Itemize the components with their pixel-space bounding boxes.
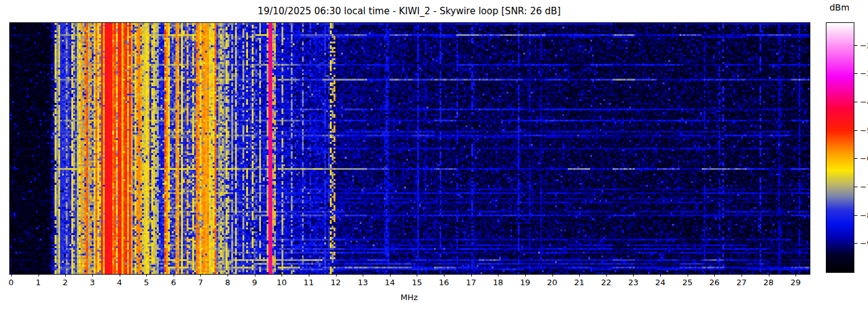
x-tick-label: 2 [63,278,68,287]
colorbar-tick-mark [854,243,857,244]
x-tick-label: 6 [171,278,176,287]
colorbar-tick-mark [854,73,857,74]
x-tick-label: 5 [144,278,149,287]
colorbar-tick-label: −50 [860,125,868,135]
x-tick-label: 1 [35,278,40,287]
x-tick-mark [11,274,12,277]
colorbar-tick-label: −90 [860,239,868,248]
x-tick-label: 20 [547,278,557,287]
x-tick-label: 12 [330,278,341,287]
x-tick-mark [281,274,282,277]
colorbar-tick-mark [854,187,857,187]
colorbar-tick-label: −40 [860,97,868,106]
x-tick-label: 22 [601,278,612,287]
x-tick-mark [417,274,417,277]
colorbar-gradient [826,23,854,272]
colorbar-ticks: −20−30−40−50−60−70−80−90 [854,22,868,272]
x-tick-mark [390,274,391,277]
x-tick-mark [38,274,39,277]
x-tick-mark [471,274,472,277]
colorbar-tick-mark [854,45,857,46]
x-tick-label: 0 [9,278,14,287]
x-tick-label: 9 [252,278,257,287]
x-tick-label: 28 [763,278,774,287]
x-tick-label: 17 [466,278,476,287]
x-tick-mark [660,274,661,277]
x-tick-label: 15 [412,278,422,287]
x-axis-label: MHz [9,293,809,302]
x-tick-mark [444,274,445,277]
x-tick-mark [228,274,228,277]
x-tick-mark [309,274,309,277]
x-tick-label: 8 [225,278,230,287]
x-tick-label: 26 [709,278,720,287]
x-tick-mark [363,274,363,277]
x-axis-ticks: 0123456789101112131415161718192021222324… [9,274,809,289]
colorbar-tick-label: −70 [860,182,868,191]
x-tick-label: 18 [493,278,503,287]
x-tick-label: 21 [574,278,585,287]
x-tick-mark [255,274,255,277]
x-tick-label: 3 [90,278,95,287]
x-tick-label: 24 [655,278,666,287]
x-tick-mark [525,274,526,277]
spectrogram-figure: 19/10/2025 06:30 local time - KIWI_2 - S… [0,0,868,310]
x-tick-label: 13 [358,278,368,287]
x-tick-mark [633,274,634,277]
x-tick-mark [795,274,796,277]
x-tick-label: 19 [520,278,531,287]
x-tick-label: 29 [790,278,801,287]
plot-area [9,22,810,275]
x-tick-label: 16 [439,278,450,287]
colorbar-tick-label: −30 [860,69,868,78]
x-tick-label: 23 [628,278,639,287]
spectrogram-heatmap [10,23,810,274]
colorbar-tick-mark [854,102,857,102]
x-tick-mark [120,274,120,277]
x-tick-mark [742,274,742,277]
x-tick-label: 10 [277,278,287,287]
colorbar-tick-label: −80 [860,210,868,219]
colorbar-tick-mark [854,130,857,131]
x-tick-label: 11 [304,278,314,287]
x-tick-mark [174,274,174,277]
x-tick-label: 27 [737,278,747,287]
x-tick-mark [552,274,553,277]
x-tick-mark [498,274,498,277]
x-tick-mark [65,274,66,277]
colorbar-tick-mark [854,215,857,216]
x-tick-mark [769,274,769,277]
colorbar-tick-label: −60 [860,154,868,163]
x-tick-mark [92,274,93,277]
x-tick-label: 25 [682,278,693,287]
x-tick-mark [688,274,688,277]
colorbar-tick-mark [854,158,857,159]
x-tick-mark [200,274,201,277]
x-tick-mark [146,274,147,277]
x-tick-mark [606,274,607,277]
x-tick-mark [336,274,337,277]
x-tick-mark [714,274,715,277]
colorbar [826,22,854,273]
colorbar-tick-label: −20 [860,40,868,50]
x-tick-label: 7 [198,278,203,287]
chart-title: 19/10/2025 06:30 local time - KIWI_2 - S… [9,6,809,17]
colorbar-label: dBm [825,2,854,12]
x-tick-label: 4 [117,278,122,287]
x-tick-mark [579,274,580,277]
x-tick-label: 14 [385,278,396,287]
